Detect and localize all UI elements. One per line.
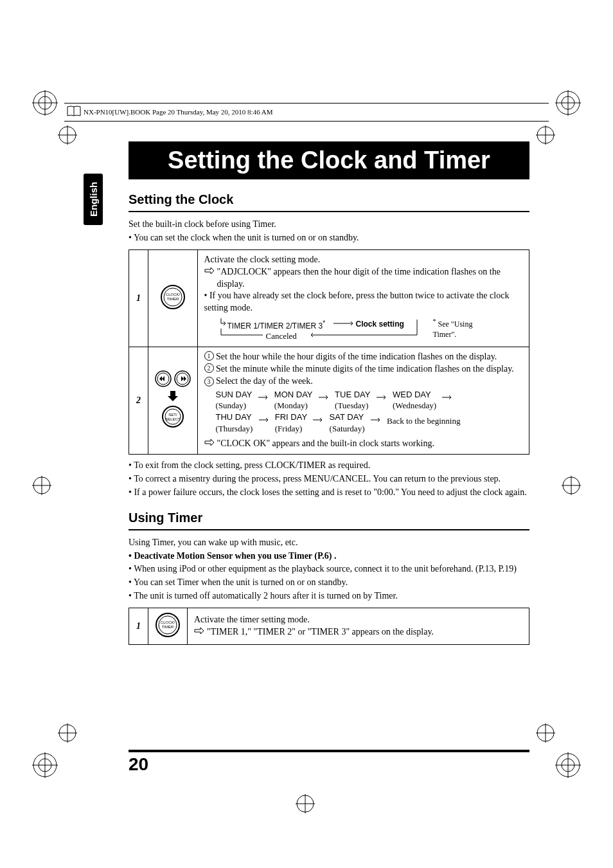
result-text: "CLOCK OK" appears and the built-in cloc… [217, 438, 434, 450]
header-text: NX-PN10[UW].BOOK Page 20 Thursday, May 2… [84, 108, 273, 116]
after-note: • To exit from the clock setting, press … [129, 460, 529, 472]
substep-num: 2 [204, 363, 214, 373]
arrow-icon [254, 389, 272, 404]
page-number: 20 [129, 754, 148, 775]
registration-mark-tl [32, 90, 58, 116]
arrow-icon [255, 411, 273, 427]
svg-text:CLOCK/: CLOCK/ [161, 620, 175, 624]
intro-bullet: • You can set the clock when the unit is… [129, 232, 529, 244]
registration-mark-tr [555, 90, 581, 116]
section-title-clock: Setting the Clock [129, 192, 529, 207]
step-number: 1 [129, 249, 148, 347]
arrow-icon [438, 389, 456, 404]
page-header: NX-PN10[UW].BOOK Page 20 Thursday, May 2… [64, 103, 549, 122]
svg-point-47 [165, 409, 181, 424]
timer-intro: Using Timer, you can wake up with music,… [129, 537, 529, 549]
step-body: 1 Set the hour while the hour digits of … [197, 347, 529, 455]
crop-circle-bl [58, 723, 77, 743]
step-line: • If you have already set the clock befo… [204, 290, 523, 314]
svg-point-46 [163, 406, 183, 427]
svg-text:SELECT: SELECT [165, 417, 181, 421]
day-item: SAT DAY(Saturday) [330, 411, 365, 434]
timer-intro: • The unit is turned off automatically 2… [129, 590, 529, 602]
flow-label: Canceled [266, 330, 297, 342]
substep-text: Set the hour while the hour digits of th… [216, 351, 522, 363]
result-arrow-icon [204, 438, 215, 450]
arrow-icon [367, 411, 385, 427]
substep-num: 3 [204, 377, 214, 386]
back-text: Back to the beginning [387, 411, 460, 427]
timer-intro: • When using iPod or other equipment as … [129, 563, 529, 575]
step-button-icon: CLOCK/ TIMER [148, 608, 188, 645]
substep-num: 1 [204, 351, 214, 361]
crop-circle-mr [562, 476, 581, 495]
step-row-2: 2 SET/SELECT 1 Set the hour while the ho… [129, 347, 529, 455]
day-item: FRI DAY(Friday) [275, 411, 307, 434]
chapter-title: Setting the Clock and Timer [129, 141, 529, 179]
crop-circle-br [536, 723, 555, 743]
step-line: Activate the clock setting mode. [204, 254, 523, 266]
language-label: English [84, 174, 103, 225]
step-number: 2 [129, 347, 148, 455]
day-item: THU DAY(Thursday) [216, 411, 253, 434]
footnote-text: * See "Using Timer". [433, 317, 484, 339]
day-item: SUN DAY(Sunday) [216, 389, 253, 411]
step-row-1: 1 CLOCK/ TIMER Activate the clock settin… [129, 249, 529, 347]
set-select-button-icon: SET/SELECT [161, 405, 184, 428]
next-button-icon [174, 370, 191, 387]
timer-intro: • You can set Timer when the unit is tur… [129, 577, 529, 589]
intro-text: Set the built-in clock before using Time… [129, 219, 529, 231]
registration-mark-bl [32, 752, 58, 778]
section-title-timer: Using Timer [129, 511, 529, 525]
step-body: Activate the clock setting mode. "ADJCLO… [197, 249, 529, 347]
arrow-icon [309, 411, 327, 427]
prev-button-icon [155, 370, 172, 387]
down-arrow-icon [166, 390, 179, 402]
step-button-icon: CLOCK/ TIMER [148, 249, 198, 347]
step-body: Activate the timer setting mode. "TIMER … [188, 608, 529, 645]
crop-circle-tl [58, 125, 77, 145]
after-note: • To correct a misentry during the proce… [129, 473, 529, 485]
svg-text:CLOCK/: CLOCK/ [166, 293, 181, 296]
substep-text: Select the day of the week. [216, 376, 313, 386]
clock-steps-table: 1 CLOCK/ TIMER Activate the clock settin… [129, 249, 529, 455]
substep-text: Set the minute while the minute digits o… [216, 363, 522, 375]
step-line: "TIMER 1," "TIMER 2" or "TIMER 3" appear… [207, 626, 434, 638]
section-rule [129, 529, 529, 530]
svg-text:TIMER: TIMER [166, 297, 179, 301]
after-note: • If a power failure occurs, the clock l… [129, 487, 529, 499]
step-row-1: 1 CLOCK/ TIMER Activate the timer settin… [129, 608, 529, 645]
section-rule [129, 211, 529, 212]
day-item: WED DAY(Wednesday) [393, 389, 436, 411]
step-number: 1 [129, 608, 148, 645]
timer-intro-bold: • Deactivate Motion Sensor when you use … [129, 550, 529, 563]
flow-label: Clock setting [356, 319, 404, 329]
day-item: MON DAY(Monday) [274, 389, 313, 411]
crop-circle-bc [296, 794, 315, 813]
svg-text:TIMER: TIMER [162, 625, 174, 629]
flow-label: TIMER 1/TIMER 2/TIMER 3* [227, 319, 326, 331]
step-button-icons: SET/SELECT [148, 347, 198, 455]
crop-circle-tr [536, 125, 555, 145]
step-line: Activate the timer setting mode. [194, 614, 522, 626]
registration-mark-br [555, 752, 581, 778]
day-item: TUE DAY(Tuesday) [335, 389, 370, 411]
clock-timer-button-icon: CLOCK/ TIMER [160, 284, 186, 310]
arrow-icon [373, 389, 391, 404]
svg-text:SET/: SET/ [168, 413, 177, 417]
step-line: "ADJCLOCK" appears then the hour digit o… [217, 266, 523, 291]
timer-steps-table: 1 CLOCK/ TIMER Activate the timer settin… [129, 608, 529, 645]
book-icon [67, 105, 81, 120]
result-arrow-icon [194, 626, 204, 638]
language-tab: English [84, 174, 103, 225]
crop-circle-ml [32, 476, 51, 495]
result-arrow-icon [204, 266, 215, 291]
page-footer-rule [129, 750, 529, 752]
clock-timer-button-icon: CLOCK/ TIMER [155, 612, 181, 638]
arrow-icon [315, 389, 333, 404]
